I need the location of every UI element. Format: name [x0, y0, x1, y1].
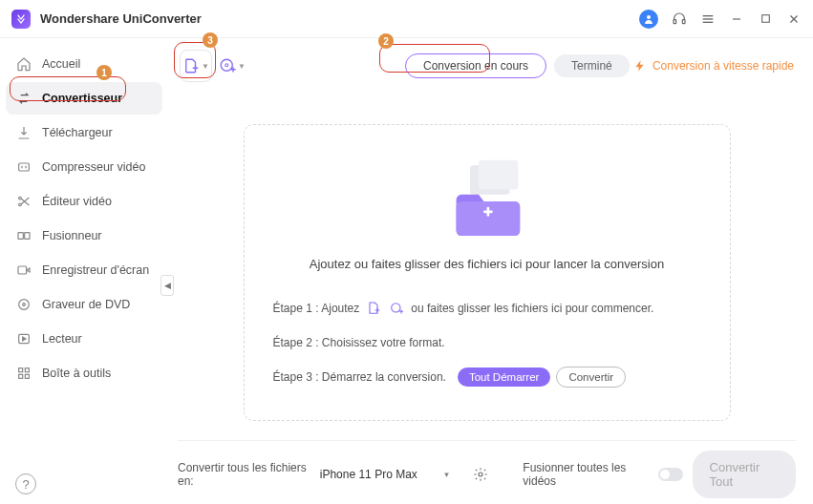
svg-point-24	[225, 64, 228, 67]
folder-plus-icon	[267, 154, 707, 249]
tab-finished[interactable]: Terminé	[554, 54, 630, 77]
sidebar-item-label: Téléchargeur	[42, 126, 113, 139]
sidebar-item-compressor[interactable]: Compresseur vidéo	[6, 151, 162, 183]
merge-toggle[interactable]	[658, 468, 683, 481]
add-dvd-icon[interactable]	[388, 300, 405, 317]
step-2: Étape 2 : Choisissez votre format.	[273, 332, 701, 353]
svg-point-0	[647, 15, 651, 19]
bottom-bar: Convertir tous les fichiers en: iPhone 1…	[178, 440, 796, 504]
svg-rect-14	[25, 233, 30, 240]
toolbar: ▼ ▼ Conversion en cours Terminé Conversi…	[178, 46, 796, 95]
svg-rect-21	[19, 374, 23, 378]
sidebar-item-editor[interactable]: Éditeur vidéo	[6, 185, 162, 218]
svg-rect-1	[674, 19, 676, 23]
close-icon[interactable]	[786, 11, 802, 27]
sidebar-item-merger[interactable]: Fusionneur	[6, 220, 162, 252]
lightning-icon	[633, 59, 647, 73]
sidebar-item-label: Compresseur vidéo	[42, 160, 145, 174]
sidebar-item-toolbox[interactable]: Boîte à outils	[6, 357, 162, 389]
add-file-button[interactable]: ▼	[180, 50, 212, 82]
sidebar-item-label: Graveur de DVD	[42, 298, 130, 311]
dropzone-headline: Ajoutez ou faites glisser des fichiers i…	[267, 257, 707, 271]
sidebar-item-label: Éditeur vidéo	[42, 195, 112, 208]
merge-icon	[15, 227, 32, 244]
svg-rect-15	[18, 266, 27, 274]
svg-point-27	[392, 304, 400, 312]
sidebar: Accueil Convertisseur Téléchargeur Compr…	[0, 38, 168, 504]
tab-converting[interactable]: Conversion en cours	[405, 53, 546, 78]
steps: Étape 1 : Ajoutez ou faites glisser les …	[267, 298, 707, 388]
maximize-icon[interactable]	[758, 11, 773, 27]
help-button[interactable]: ?	[15, 473, 36, 494]
minimize-icon[interactable]	[729, 11, 744, 27]
convert-button[interactable]: Convertir	[556, 367, 626, 388]
sidebar-item-label: Boîte à outils	[42, 367, 111, 380]
home-icon	[15, 55, 32, 73]
sidebar-item-label: Convertisseur	[42, 92, 122, 105]
merge-label: Fusionner toutes les vidéos	[523, 461, 648, 488]
chevron-down-icon: ▼	[238, 62, 246, 71]
svg-point-17	[23, 304, 26, 306]
start-all-button[interactable]: Tout Démarrer	[458, 368, 551, 387]
dropzone[interactable]: Ajoutez ou faites glisser des fichiers i…	[244, 124, 731, 421]
sidebar-item-player[interactable]: Lecteur	[6, 323, 162, 355]
sidebar-item-converter[interactable]: Convertisseur	[6, 82, 162, 115]
svg-rect-10	[19, 163, 30, 171]
speed-note[interactable]: Conversion à vitesse rapide	[633, 59, 794, 73]
annotation-badge-1: 1	[96, 65, 112, 80]
chevron-down-icon: ▼	[442, 471, 450, 479]
sidebar-item-label: Fusionneur	[42, 229, 102, 242]
step-1: Étape 1 : Ajoutez ou faites glisser les …	[273, 298, 701, 319]
headset-icon[interactable]	[672, 11, 687, 27]
tab-bar: Conversion en cours Terminé	[405, 53, 630, 78]
svg-rect-13	[18, 233, 23, 240]
disc-icon	[15, 296, 32, 313]
svg-point-16	[19, 300, 30, 310]
svg-point-11	[19, 197, 22, 200]
record-icon	[15, 262, 32, 279]
svg-rect-2	[682, 19, 685, 23]
grid-icon	[15, 365, 32, 382]
convert-all-button[interactable]: Convertir Tout	[693, 451, 796, 498]
menu-icon[interactable]	[700, 11, 716, 27]
add-file-icon[interactable]	[365, 300, 382, 317]
format-select[interactable]: iPhone 11 Pro Max ▼	[316, 466, 455, 483]
compress-icon	[15, 158, 32, 176]
sidebar-item-label: Accueil	[42, 57, 80, 71]
sidebar-item-label: Lecteur	[42, 332, 82, 346]
chevron-down-icon: ▼	[202, 62, 209, 71]
svg-point-28	[479, 472, 482, 476]
svg-rect-22	[25, 374, 29, 378]
svg-rect-7	[761, 15, 769, 23]
svg-point-12	[19, 203, 22, 206]
annotation-badge-3: 3	[203, 32, 218, 48]
play-icon	[15, 330, 32, 347]
step-3: Étape 3 : Démarrez la conversion. Tout D…	[273, 367, 701, 388]
convert-all-label: Convertir tous les fichiers en:	[178, 461, 307, 488]
titlebar: Wondershare UniConverter	[0, 0, 813, 38]
sidebar-item-home[interactable]: Accueil	[6, 48, 162, 80]
svg-rect-26	[479, 160, 518, 190]
sidebar-item-downloader[interactable]: Téléchargeur	[6, 116, 162, 149]
main-panel: ▼ ▼ Conversion en cours Terminé Conversi…	[168, 38, 813, 504]
download-icon	[15, 124, 32, 141]
scissors-icon	[15, 193, 32, 210]
svg-rect-20	[25, 368, 29, 372]
sidebar-item-dvd[interactable]: Graveur de DVD	[6, 288, 162, 321]
app-title: Wondershare UniConverter	[40, 11, 202, 26]
app-logo-icon	[11, 10, 31, 29]
sidebar-item-label: Enregistreur d'écran	[42, 263, 149, 277]
converter-icon	[15, 90, 32, 107]
sidebar-item-recorder[interactable]: Enregistreur d'écran	[6, 254, 162, 286]
user-avatar-icon[interactable]	[639, 10, 658, 29]
add-dvd-button[interactable]: ▼	[216, 50, 248, 82]
window-controls	[639, 10, 802, 29]
svg-rect-19	[19, 368, 23, 372]
settings-icon[interactable]	[473, 467, 488, 482]
annotation-badge-2: 2	[378, 33, 394, 49]
